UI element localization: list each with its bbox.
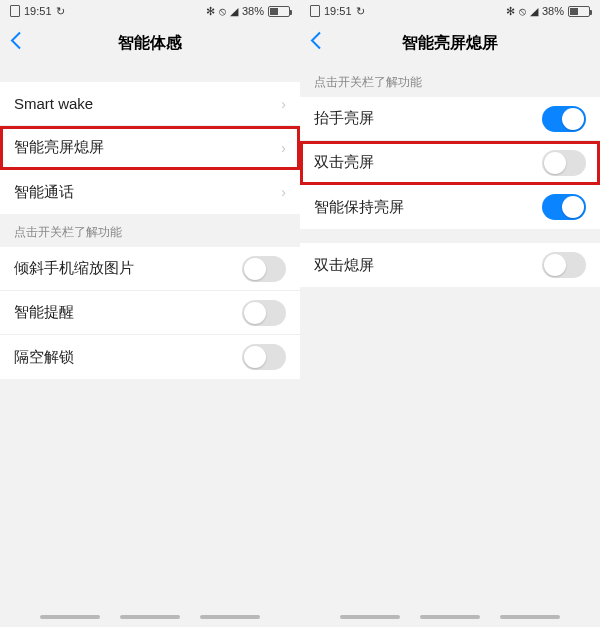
left-screen: 19:51 ↻ ✻ ⦸ ◢ 38% 智能体感 Smart wake›智能亮屏熄屏… bbox=[0, 0, 300, 627]
toggle-row-0[interactable]: 倾斜手机缩放图片 bbox=[0, 247, 300, 291]
toggle-row-2[interactable]: 智能保持亮屏 bbox=[300, 185, 600, 229]
nav-list: Smart wake›智能亮屏熄屏›智能通话› bbox=[0, 82, 300, 214]
back-button[interactable] bbox=[10, 31, 22, 56]
toggle-list-1: 抬手亮屏双击亮屏智能保持亮屏 bbox=[300, 97, 600, 229]
nav-row-1[interactable]: 智能亮屏熄屏› bbox=[0, 126, 300, 170]
toggle-switch[interactable] bbox=[242, 300, 286, 326]
toggle-list-2: 双击熄屏 bbox=[300, 243, 600, 287]
header: 智能体感 bbox=[0, 22, 300, 64]
section-label: 点击开关栏了解功能 bbox=[300, 64, 600, 97]
toggle-row-1[interactable]: 双击亮屏 bbox=[300, 141, 600, 185]
status-bar: 19:51 ↻ ✻ ⦸ ◢ 38% bbox=[0, 0, 300, 22]
toggle-knob bbox=[562, 196, 584, 218]
nav-home-pill[interactable] bbox=[120, 615, 180, 619]
page-title: 智能体感 bbox=[118, 33, 182, 54]
nav-recent-pill[interactable] bbox=[200, 615, 260, 619]
toggle-knob bbox=[562, 108, 584, 130]
nav-row-2[interactable]: 智能通话› bbox=[0, 170, 300, 214]
status-bar: 19:51 ↻ ✻ ⦸ ◢ 38% bbox=[300, 0, 600, 22]
row-label: 抬手亮屏 bbox=[314, 109, 374, 128]
toggle-row-0[interactable]: 双击熄屏 bbox=[300, 243, 600, 287]
battery-icon bbox=[268, 6, 290, 17]
row-label: 双击熄屏 bbox=[314, 256, 374, 275]
row-label: Smart wake bbox=[14, 95, 93, 112]
nav-row-0[interactable]: Smart wake› bbox=[0, 82, 300, 126]
bluetooth-icon: ✻ bbox=[506, 5, 515, 18]
toggle-switch[interactable] bbox=[242, 256, 286, 282]
battery-percent: 38% bbox=[242, 5, 264, 17]
sync-icon: ↻ bbox=[356, 5, 365, 18]
sync-icon: ↻ bbox=[56, 5, 65, 18]
nav-bar bbox=[0, 615, 300, 619]
row-label: 智能亮屏熄屏 bbox=[14, 138, 104, 157]
sim-icon bbox=[10, 5, 20, 17]
page-title: 智能亮屏熄屏 bbox=[402, 33, 498, 54]
header: 智能亮屏熄屏 bbox=[300, 22, 600, 64]
back-button[interactable] bbox=[310, 31, 322, 56]
nav-home-pill[interactable] bbox=[420, 615, 480, 619]
bluetooth-icon: ✻ bbox=[206, 5, 215, 18]
signal-icon: ◢ bbox=[230, 5, 238, 18]
toggle-knob bbox=[244, 302, 266, 324]
row-label: 倾斜手机缩放图片 bbox=[14, 259, 134, 278]
chevron-right-icon: › bbox=[281, 140, 286, 156]
right-screen: 19:51 ↻ ✻ ⦸ ◢ 38% 智能亮屏熄屏 点击开关栏了解功能 抬手亮屏双… bbox=[300, 0, 600, 627]
toggle-list: 倾斜手机缩放图片智能提醒隔空解锁 bbox=[0, 247, 300, 379]
chevron-right-icon: › bbox=[281, 96, 286, 112]
signal-icon: ◢ bbox=[530, 5, 538, 18]
toggle-knob bbox=[244, 346, 266, 368]
toggle-knob bbox=[544, 254, 566, 276]
toggle-switch[interactable] bbox=[242, 344, 286, 370]
toggle-row-2[interactable]: 隔空解锁 bbox=[0, 335, 300, 379]
chevron-right-icon: › bbox=[281, 184, 286, 200]
battery-percent: 38% bbox=[542, 5, 564, 17]
row-label: 智能通话 bbox=[14, 183, 74, 202]
toggle-knob bbox=[544, 152, 566, 174]
row-label: 隔空解锁 bbox=[14, 348, 74, 367]
toggle-row-0[interactable]: 抬手亮屏 bbox=[300, 97, 600, 141]
toggle-switch[interactable] bbox=[542, 252, 586, 278]
status-time: 19:51 bbox=[324, 5, 352, 17]
nav-back-pill[interactable] bbox=[40, 615, 100, 619]
row-label: 智能保持亮屏 bbox=[314, 198, 404, 217]
row-label: 智能提醒 bbox=[14, 303, 74, 322]
status-time: 19:51 bbox=[24, 5, 52, 17]
dnd-icon: ⦸ bbox=[219, 5, 226, 18]
dnd-icon: ⦸ bbox=[519, 5, 526, 18]
section-label: 点击开关栏了解功能 bbox=[0, 214, 300, 247]
toggle-switch[interactable] bbox=[542, 106, 586, 132]
nav-bar bbox=[300, 615, 600, 619]
toggle-switch[interactable] bbox=[542, 150, 586, 176]
toggle-knob bbox=[244, 258, 266, 280]
toggle-switch[interactable] bbox=[542, 194, 586, 220]
sim-icon bbox=[310, 5, 320, 17]
battery-icon bbox=[568, 6, 590, 17]
nav-back-pill[interactable] bbox=[340, 615, 400, 619]
row-label: 双击亮屏 bbox=[314, 153, 374, 172]
nav-recent-pill[interactable] bbox=[500, 615, 560, 619]
toggle-row-1[interactable]: 智能提醒 bbox=[0, 291, 300, 335]
